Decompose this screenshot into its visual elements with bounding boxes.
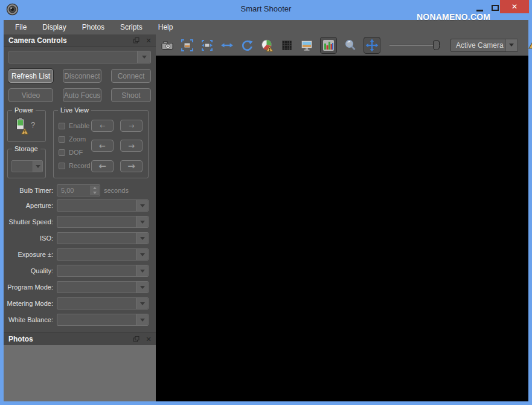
- float-panel-icon[interactable]: [132, 36, 141, 45]
- dof-checkbox[interactable]: DOF: [59, 149, 83, 156]
- camera-controls-panel: Camera Controls ✕ Refresh List Disconnec…: [4, 34, 156, 401]
- menu-display[interactable]: Display: [34, 20, 74, 34]
- liveview-right-button[interactable]: →: [120, 120, 143, 132]
- chevron-down-icon[interactable]: [33, 161, 42, 172]
- chevron-down-icon[interactable]: [136, 282, 148, 293]
- camera-list-dropdown[interactable]: [8, 51, 151, 63]
- spin-up-icon[interactable]: [90, 186, 99, 190]
- chevron-down-icon[interactable]: [137, 51, 150, 63]
- fit-to-window-icon[interactable]: [181, 39, 194, 52]
- minimize-icon: [476, 10, 483, 11]
- chevron-down-icon[interactable]: [136, 298, 148, 309]
- enable-checkbox[interactable]: Enable: [59, 122, 89, 129]
- connection-buttons: Refresh List Disconnect Connect: [8, 69, 151, 83]
- aperture-row: Aperture:: [4, 199, 156, 212]
- auto-focus-button[interactable]: Auto Focus: [63, 88, 101, 102]
- chevron-down-icon[interactable]: [136, 216, 148, 227]
- metering-mode-row: Metering Mode:: [4, 297, 156, 309]
- photos-panel-header: Photos ✕: [4, 332, 156, 345]
- video-button[interactable]: Video: [8, 88, 53, 102]
- chevron-down-icon[interactable]: [136, 314, 148, 325]
- iso-row: ISO:: [4, 232, 156, 244]
- thumbnail-grid-icon[interactable]: [280, 39, 293, 52]
- exposure-dropdown[interactable]: [57, 248, 149, 261]
- bulb-timer-value: 5,00: [61, 185, 74, 196]
- bulb-timer-spinner[interactable]: 5,00: [57, 184, 100, 196]
- aperture-dropdown[interactable]: [57, 199, 149, 212]
- power-label: Power: [12, 106, 36, 114]
- close-icon: ✕: [511, 2, 518, 11]
- menu-help[interactable]: Help: [150, 20, 181, 34]
- connect-button[interactable]: Connect: [111, 69, 151, 83]
- spin-down-icon[interactable]: [90, 190, 99, 195]
- histogram-tool-active[interactable]: [320, 37, 337, 54]
- zoom-left-button[interactable]: ←: [91, 140, 114, 152]
- slider-handle[interactable]: [433, 40, 440, 50]
- white-balance-dropdown[interactable]: [57, 314, 149, 326]
- quality-dropdown[interactable]: [57, 265, 149, 277]
- color-profile-warning-icon[interactable]: [260, 39, 274, 52]
- float-panel-icon[interactable]: [132, 334, 141, 344]
- shutter-speed-dropdown[interactable]: [57, 216, 149, 228]
- bulb-timer-label: Bulb Timer:: [4, 184, 53, 196]
- photos-panel-body: [4, 345, 156, 401]
- magnifier-icon[interactable]: [344, 39, 357, 52]
- liveview-left-button[interactable]: ←: [91, 120, 114, 132]
- zoom-slider[interactable]: [389, 39, 440, 51]
- active-camera-dropdown[interactable]: Active Camera: [450, 39, 518, 52]
- menu-file[interactable]: File: [7, 20, 34, 34]
- monitor-icon[interactable]: [300, 39, 313, 52]
- checkbox-icon: [59, 123, 65, 129]
- camera-controls-title: Camera Controls: [4, 36, 132, 45]
- pan-tool-active[interactable]: [364, 37, 380, 54]
- live-view-label: Live View: [58, 106, 91, 114]
- white-balance-label: White Balance:: [4, 314, 53, 326]
- chevron-down-icon[interactable]: [136, 249, 148, 260]
- close-button[interactable]: ✕: [500, 0, 529, 13]
- warning-icon: [528, 39, 532, 51]
- zoom-right-button[interactable]: →: [120, 140, 143, 152]
- chevron-down-icon[interactable]: [505, 39, 518, 51]
- shoot-button[interactable]: Shoot: [111, 88, 151, 102]
- program-mode-dropdown[interactable]: [57, 281, 149, 293]
- pan-icon: [365, 39, 379, 52]
- iso-dropdown[interactable]: [57, 232, 149, 244]
- actual-size-icon[interactable]: [200, 39, 214, 52]
- menu-scripts[interactable]: Scripts: [112, 20, 150, 34]
- chevron-down-icon[interactable]: [136, 233, 148, 244]
- storage-dropdown[interactable]: [11, 160, 43, 172]
- menu-bar: File Display Photos Scripts Help: [4, 20, 528, 34]
- aperture-label: Aperture:: [4, 199, 53, 212]
- record-left-button[interactable]: ←: [91, 160, 114, 172]
- record-checkbox[interactable]: Record: [59, 162, 90, 169]
- maximize-icon: [492, 5, 499, 11]
- checkbox-icon: [59, 163, 65, 169]
- disconnect-button[interactable]: Disconnect: [63, 69, 101, 83]
- metering-mode-dropdown[interactable]: [57, 297, 149, 309]
- shutter-speed-row: Shutter Speed:: [4, 216, 156, 228]
- watermark: NONAMENO.COM: [417, 12, 490, 22]
- exposure-row: Exposure ±:: [4, 248, 156, 261]
- camera-controls-header: Camera Controls ✕: [4, 34, 156, 47]
- zoom-checkbox[interactable]: Zoom: [59, 135, 86, 143]
- image-viewport: [156, 56, 528, 401]
- record-right-button[interactable]: →: [120, 160, 143, 172]
- refresh-icon[interactable]: [240, 39, 254, 52]
- power-status: ?: [31, 120, 35, 129]
- menu-photos[interactable]: Photos: [74, 20, 112, 34]
- close-panel-icon[interactable]: ✕: [144, 36, 153, 45]
- refresh-list-button[interactable]: Refresh List: [8, 69, 53, 83]
- close-panel-icon[interactable]: ✕: [144, 334, 153, 344]
- capture-buttons: Video Auto Focus Shoot: [8, 88, 151, 102]
- camera-icon[interactable]: [161, 39, 174, 52]
- viewer-region: Active Camera Busy: [156, 34, 528, 401]
- battery-icon: [16, 117, 29, 133]
- resize-width-icon[interactable]: [220, 39, 234, 52]
- storage-groupbox: Storage: [7, 149, 46, 178]
- checkbox-icon: [59, 149, 65, 156]
- quality-row: Quality:: [4, 265, 156, 277]
- histogram-icon: [322, 39, 335, 52]
- chevron-down-icon[interactable]: [136, 265, 148, 276]
- exposure-label: Exposure ±:: [4, 248, 53, 261]
- chevron-down-icon[interactable]: [136, 200, 148, 211]
